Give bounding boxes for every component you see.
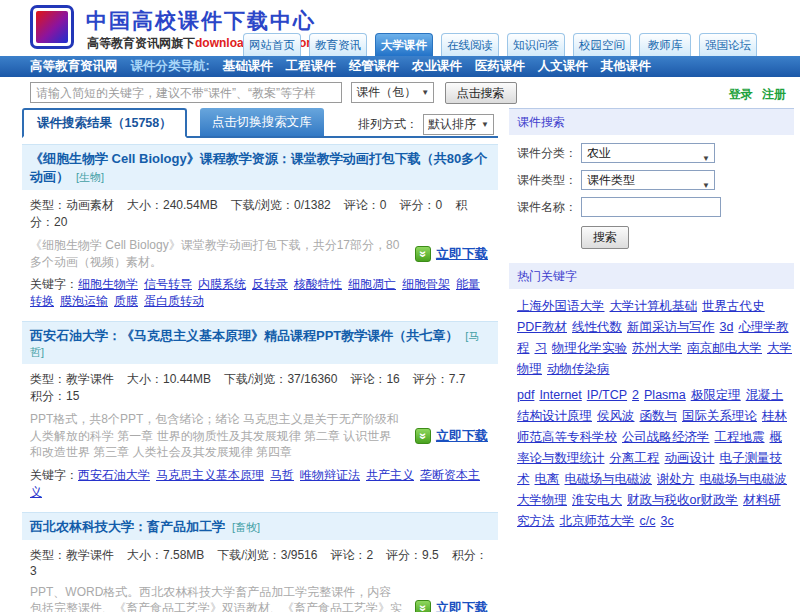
nav-item-2[interactable]: 经管课件 [349, 58, 399, 75]
hot-keyword-1-22[interactable]: 淮安电大 [572, 493, 622, 507]
keyword-link-1[interactable]: 马克思主义基本原理 [156, 468, 264, 482]
keywords-label: 关键字： [30, 468, 78, 482]
keyword-link-0[interactable]: 细胞生物学 [78, 277, 138, 291]
nav-item-3[interactable]: 农业课件 [412, 58, 462, 75]
hot-keyword-0-11[interactable]: 南京邮电大学 [687, 341, 762, 355]
nav-item-0[interactable]: 基础课件 [223, 58, 273, 75]
hot-keyword-1-23[interactable]: 财政与税收or财政学 [627, 493, 738, 507]
download-button[interactable]: »立即下载 [415, 245, 488, 263]
hot-keyword-0-6[interactable]: 3d [720, 320, 734, 334]
hot-keyword-1-15[interactable]: 动画设计 [665, 451, 715, 465]
sort-select[interactable]: 默认排序▼ [423, 114, 494, 135]
hot-keyword-1-27[interactable]: 3c [660, 514, 673, 528]
nav-item-6[interactable]: 其他课件 [601, 58, 651, 75]
hot-keyword-1-3[interactable]: 2 [632, 388, 639, 402]
hot-keyword-1-17[interactable]: 电离 [535, 472, 560, 486]
tab-switch-library[interactable]: 点击切换搜索文库 [200, 108, 324, 136]
tab-courseware-results[interactable]: 课件搜索结果（15758） [22, 108, 187, 138]
keyword-link-8[interactable]: 膜泡运输 [60, 294, 108, 308]
meta-label: 大小： [127, 548, 163, 562]
hot-keyword-1-7[interactable]: 侯风波 [597, 409, 635, 423]
hot-keyword-1-2[interactable]: IP/TCP [587, 388, 627, 402]
keyword-link-1[interactable]: 信号转导 [144, 277, 192, 291]
keyword-link-4[interactable]: 核酸特性 [294, 277, 342, 291]
search-type-select[interactable]: 课件（包）▼ [351, 82, 434, 103]
header-tab-edu-news[interactable]: 教育资讯 [309, 33, 367, 56]
nav-item-5[interactable]: 人文课件 [538, 58, 588, 75]
form-row-name: 课件名称： [517, 197, 794, 217]
hot-keyword-0-9[interactable]: 物理化学实验 [552, 341, 627, 355]
download-button[interactable]: »立即下载 [415, 427, 488, 445]
header-tab-campus-space[interactable]: 校园空间 [573, 33, 631, 56]
result-title-link[interactable]: 西北农林科技大学：畜产品加工学 [30, 519, 225, 534]
search-submit-button[interactable]: 点击搜索 [445, 82, 517, 104]
keyword-link-9[interactable]: 质膜 [114, 294, 138, 308]
hot-keyword-1-20[interactable]: 电磁场与电磁波 [700, 472, 788, 486]
keyword-link-4[interactable]: 共产主义 [366, 468, 414, 482]
meta-label: 大小： [127, 372, 163, 386]
register-link[interactable]: 注册 [762, 87, 786, 101]
result-body: PPT格式，共8个PPT，包含绪论；绪论 马克思主义是关于无产阶级和人类解放的科… [22, 407, 498, 461]
download-button[interactable]: »立即下载 [415, 599, 488, 612]
keyword-link-10[interactable]: 蛋白质转动 [144, 294, 204, 308]
name-input[interactable] [581, 197, 721, 217]
hot-keyword-1-14[interactable]: 分离工程 [610, 451, 660, 465]
keyword-link-0[interactable]: 西安石油大学 [78, 468, 150, 482]
header-tab-teacher-library[interactable]: 教师库 [639, 33, 691, 56]
hot-keyword-0-2[interactable]: 世界古代史 [702, 299, 765, 313]
result-title-bar: 《细胞生物学 Cell Biology》课程教学资源：课堂教学动画打包下载（共8… [22, 144, 498, 190]
download-label: 立即下载 [436, 599, 488, 612]
sidebar-search-button[interactable]: 搜索 [581, 226, 629, 249]
hot-keyword-1-4[interactable]: Plasma [644, 388, 686, 402]
keyword-search-input[interactable] [30, 82, 342, 103]
field-label-category: 课件分类： [517, 145, 581, 162]
header-tab-online-reading[interactable]: 在线阅读 [441, 33, 499, 56]
header-tab-home[interactable]: 网站首页 [243, 33, 301, 56]
nav-items: 基础课件工程课件经管课件农业课件医药课件人文课件其他课件 [223, 58, 651, 75]
keyword-link-3[interactable]: 唯物辩证法 [300, 468, 360, 482]
hot-keyword-1-11[interactable]: 公司战略经济学 [622, 430, 710, 444]
hot-keyword-1-1[interactable]: Internet [539, 388, 581, 402]
keyword-link-2[interactable]: 马哲 [270, 468, 294, 482]
header-tab-qiangguo-forum[interactable]: 强国论坛 [699, 33, 757, 56]
hot-keyword-0-8[interactable]: 习 [535, 341, 548, 355]
hot-keyword-0-1[interactable]: 大学计算机基础 [610, 299, 698, 313]
hot-keyword-0-3[interactable]: PDF教材 [517, 320, 567, 334]
hot-keyword-0-5[interactable]: 新闻采访与写作 [627, 320, 715, 334]
hot-keyword-1-12[interactable]: 工程地震 [715, 430, 765, 444]
header-tab-university-courseware[interactable]: 大学课件 [375, 33, 433, 56]
hot-keyword-1-19[interactable]: 谢处方 [657, 472, 695, 486]
nav-site-label[interactable]: 高等教育资讯网 [30, 58, 118, 75]
keyword-link-2[interactable]: 内膜系统 [198, 277, 246, 291]
type-select[interactable]: 课件类型▼ [581, 170, 715, 190]
hot-keyword-1-5[interactable]: 极限定理 [691, 388, 741, 402]
keyword-link-3[interactable]: 反转录 [252, 277, 288, 291]
header-tab-knowledge-qa[interactable]: 知识问答 [507, 33, 565, 56]
nav-item-4[interactable]: 医药课件 [475, 58, 525, 75]
login-link[interactable]: 登录 [729, 87, 753, 101]
meta-dl: 下载/浏览：3/9516 [217, 548, 317, 562]
hot-keyword-0-10[interactable]: 苏州大学 [632, 341, 682, 355]
hot-keyword-1-9[interactable]: 国际关系理论 [682, 409, 757, 423]
hot-keyword-1-25[interactable]: 北京师范大学 [560, 514, 635, 528]
hot-keyword-0-0[interactable]: 上海外国语大学 [517, 299, 605, 313]
keyword-link-5[interactable]: 细胞凋亡 [348, 277, 396, 291]
hot-keyword-1-21[interactable]: 大学物理 [517, 493, 567, 507]
hot-keyword-0-4[interactable]: 线性代数 [572, 320, 622, 334]
result-category-tag: [畜牧] [232, 521, 260, 533]
category-select[interactable]: 农业▼ [581, 143, 715, 163]
meta-dl: 下载/浏览：37/16360 [224, 372, 337, 386]
hot-keyword-1-0[interactable]: pdf [517, 388, 534, 402]
hot-keyword-1-18[interactable]: 电磁场与电磁波 [565, 472, 653, 486]
result-title-link[interactable]: 西安石油大学：《马克思主义基本原理》精品课程PPT教学课件（共七章） [30, 328, 458, 343]
meta-comments: 评论：0 [344, 198, 387, 212]
keyword-link-6[interactable]: 细胞骨架 [402, 277, 450, 291]
sidebar: 课件搜索 课件分类：农业▼课件类型：课件类型▼课件名称：搜索 热门关键字 上海外… [509, 108, 794, 537]
page: 中国高校课件下载中心 高等教育资讯网旗下download.cucdc.com 网… [0, 0, 800, 612]
hot-keyword-1-8[interactable]: 函数与 [640, 409, 678, 423]
hot-keyword-1-26[interactable]: c/c [640, 514, 656, 528]
nav-item-1[interactable]: 工程课件 [286, 58, 336, 75]
download-label: 立即下载 [436, 427, 488, 445]
meta-label: 评分： [399, 198, 435, 212]
hot-keyword-0-13[interactable]: 动物传染病 [547, 362, 610, 376]
